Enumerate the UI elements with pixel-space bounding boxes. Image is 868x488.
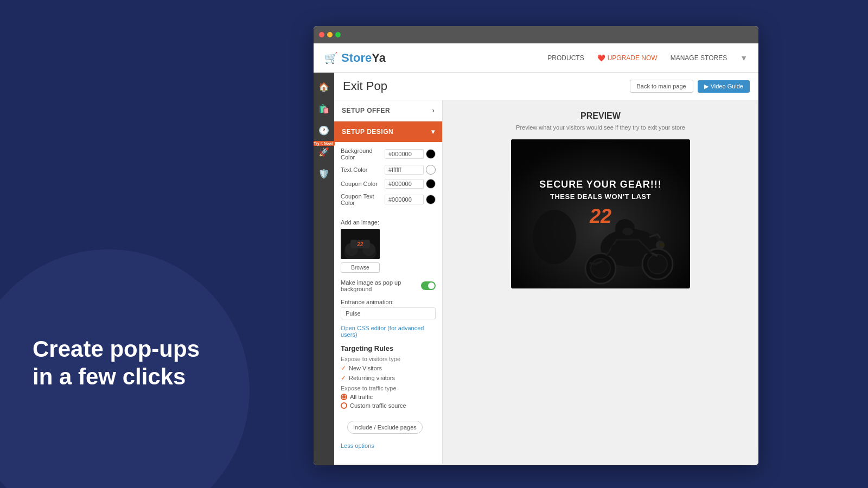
animation-section: Entrance animation: Pulse xyxy=(334,296,442,323)
page-title: Exit Pop xyxy=(343,79,387,93)
all-traffic-label: All traffic xyxy=(350,394,373,400)
sidebar-icon-home[interactable]: 🏠 xyxy=(314,77,334,97)
custom-traffic-label: Custom traffic source xyxy=(350,402,406,409)
preview-popup: SECURE YOUR GEAR!!! THESE DEALS WON'T LA… xyxy=(511,139,690,288)
logo: 🛒 StoreYa xyxy=(324,51,386,65)
targeting-section: Targeting Rules Expose to visitors type … xyxy=(334,340,442,415)
setup-design-label: SETUP DESIGN xyxy=(342,128,393,136)
image-preview: 22 xyxy=(341,229,380,259)
nav-links: PRODUCTS ❤️ UPGRADE NOW MANAGE STORES ▼ xyxy=(547,54,748,62)
background-color-swatch[interactable] xyxy=(426,149,436,159)
hero-text: Create pop-ups in a few clicks xyxy=(33,336,200,390)
chevron-right-icon: › xyxy=(432,107,435,114)
chevron-down-icon: ▾ xyxy=(431,128,435,136)
sidebar-icon-rocket[interactable]: 🚀 Try It Now! xyxy=(314,142,334,162)
bg-toggle-row: Make image as pop up background xyxy=(334,276,442,296)
css-editor-link[interactable]: Open CSS editor (for advanced users) xyxy=(334,323,442,340)
content-area: Exit Pop Back to main page ▶ Video Guide… xyxy=(334,73,758,465)
coupon-text-color-value[interactable]: #000000 xyxy=(385,195,424,204)
products-link[interactable]: PRODUCTS xyxy=(547,54,584,62)
upgrade-link[interactable]: ❤️ UPGRADE NOW xyxy=(597,54,658,62)
text-color-value[interactable]: #ffffff xyxy=(385,165,424,175)
include-exclude-button[interactable]: Include / Exclude pages xyxy=(347,421,423,434)
bg-toggle[interactable] xyxy=(421,281,436,290)
setup-design-button[interactable]: SETUP DESIGN ▾ xyxy=(334,121,442,142)
returning-visitors-label: Returning visitors xyxy=(349,375,395,381)
custom-traffic-row: Custom traffic source xyxy=(341,402,436,409)
text-color-input-group: #ffffff xyxy=(385,165,436,175)
image-section: Add an image: 22 xyxy=(334,216,442,276)
background-color-row: Background Color #000000 xyxy=(341,147,436,160)
browse-button[interactable]: Browse xyxy=(341,262,380,273)
popup-headline: SECURE YOUR GEAR!!! xyxy=(539,179,662,190)
image-preview-inner: 22 xyxy=(341,229,380,259)
custom-traffic-radio[interactable] xyxy=(341,402,347,409)
page-header: Exit Pop Back to main page ▶ Video Guide xyxy=(334,73,758,100)
animation-label: Entrance animation: xyxy=(341,299,436,305)
all-traffic-radio[interactable] xyxy=(341,394,347,400)
logo-icon: 🛒 xyxy=(324,52,338,65)
minimize-dot xyxy=(327,32,333,37)
app-window: 🛒 StoreYa PRODUCTS ❤️ UPGRADE NOW MANAGE… xyxy=(314,26,758,465)
popup-text-area: SECURE YOUR GEAR!!! THESE DEALS WON'T LA… xyxy=(528,179,673,228)
maximize-dot xyxy=(335,32,341,37)
close-dot xyxy=(319,32,324,37)
hero-line2: in a few clicks xyxy=(33,364,186,389)
svg-point-10 xyxy=(622,228,633,235)
include-exclude-section: Include / Exclude pages xyxy=(334,415,442,439)
svg-point-17 xyxy=(659,242,665,247)
hero-line1: Create pop-ups xyxy=(33,336,200,362)
returning-visitors-row: ✓ Returning visitors xyxy=(341,374,436,382)
preview-image-svg: 22 xyxy=(341,229,380,259)
text-color-row: Text Color #ffffff xyxy=(341,165,436,175)
video-guide-label: Video Guide xyxy=(711,83,743,89)
coupon-color-swatch[interactable] xyxy=(426,179,436,189)
nav-dropdown-arrow[interactable]: ▼ xyxy=(740,54,748,62)
expose-visitors-label: Expose to visitors type xyxy=(341,356,436,362)
hero-section: Create pop-ups in a few clicks xyxy=(0,0,315,488)
coupon-text-color-input-group: #000000 xyxy=(385,195,436,204)
background-color-value[interactable]: #000000 xyxy=(385,149,424,159)
svg-rect-15 xyxy=(611,245,644,259)
upgrade-label: UPGRADE NOW xyxy=(608,54,658,62)
try-badge: Try It Now! xyxy=(314,141,335,146)
heart-icon: ❤️ xyxy=(597,54,605,62)
coupon-color-row: Coupon Color #000000 xyxy=(341,179,436,189)
popup-number: 22 xyxy=(539,205,662,228)
setup-offer-label: SETUP OFFER xyxy=(342,107,390,114)
new-visitors-checkbox[interactable]: ✓ xyxy=(341,364,346,372)
manage-stores-link[interactable]: MANAGE STORES xyxy=(671,54,727,62)
main-content: 🏠 🛍️ 🕐 🚀 Try It Now! 🛡️ Exit Pop Back to… xyxy=(314,73,758,465)
sidebar-icon-shield[interactable]: 🛡️ xyxy=(314,164,334,183)
text-color-swatch[interactable] xyxy=(426,165,436,175)
targeting-title: Targeting Rules xyxy=(341,344,436,352)
coupon-color-label: Coupon Color xyxy=(341,181,378,187)
returning-visitors-checkbox[interactable]: ✓ xyxy=(341,374,346,382)
coupon-text-color-row: Coupon Text Color #000000 xyxy=(341,193,436,206)
all-traffic-row: All traffic xyxy=(341,394,436,400)
popup-subline: THESE DEALS WON'T LAST xyxy=(539,192,662,201)
preview-subtitle: Preview what your visitors would see if … xyxy=(516,124,685,131)
new-visitors-row: ✓ New Visitors xyxy=(341,364,436,372)
back-button[interactable]: Back to main page xyxy=(630,80,693,93)
background-color-label: Background Color xyxy=(341,147,385,160)
sidebar-icon-clock[interactable]: 🕐 xyxy=(314,120,334,140)
play-icon: ▶ xyxy=(704,83,709,90)
header-buttons: Back to main page ▶ Video Guide xyxy=(630,80,750,93)
expose-traffic-label: Expose to traffic type xyxy=(341,385,436,391)
sidebar-icon-bag[interactable]: 🛍️ xyxy=(314,99,334,118)
coupon-text-color-swatch[interactable] xyxy=(426,195,436,204)
coupon-text-color-label: Coupon Text Color xyxy=(341,193,385,206)
coupon-color-value[interactable]: #000000 xyxy=(385,179,424,189)
nav-bar: 🛒 StoreYa PRODUCTS ❤️ UPGRADE NOW MANAGE… xyxy=(314,43,758,73)
svg-point-12 xyxy=(648,254,667,274)
setup-offer-button[interactable]: SETUP OFFER › xyxy=(334,100,442,121)
animation-select[interactable]: Pulse xyxy=(341,307,436,319)
background-color-input-group: #000000 xyxy=(385,149,436,159)
video-guide-button[interactable]: ▶ Video Guide xyxy=(698,80,750,93)
preview-panel: PREVIEW Preview what your visitors would… xyxy=(443,100,758,464)
less-options-link[interactable]: Less options xyxy=(334,439,442,452)
left-panel: SETUP OFFER › SETUP DESIGN ▾ Background … xyxy=(334,100,443,464)
svg-text:22: 22 xyxy=(356,241,363,247)
new-visitors-label: New Visitors xyxy=(349,365,382,371)
